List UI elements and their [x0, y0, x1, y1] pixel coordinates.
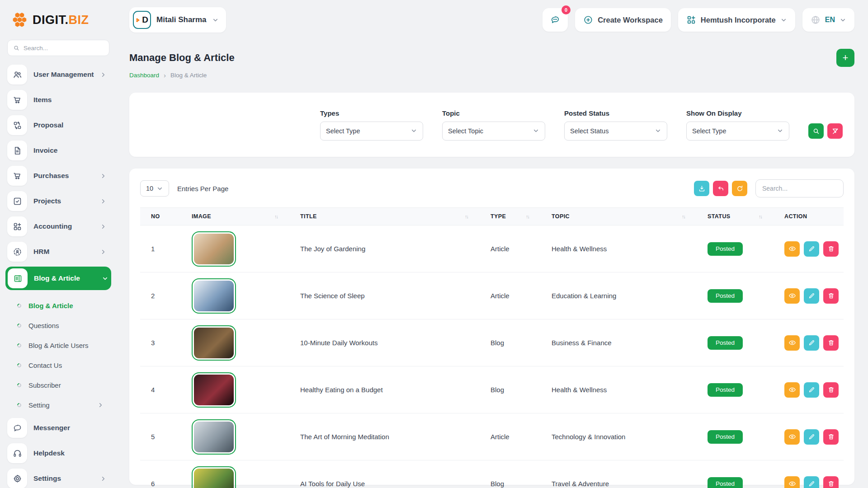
table-search-input[interactable] [755, 179, 844, 197]
filter-label: Posted Status [564, 109, 667, 117]
view-button[interactable] [784, 382, 800, 398]
grid-plus-icon [7, 216, 27, 236]
edit-button[interactable] [804, 429, 819, 445]
user-workspace-selector[interactable]: D Mitali Sharma [129, 7, 226, 33]
column-header-title[interactable]: TITLE ↑↓ [289, 213, 480, 220]
filter-search-button[interactable] [808, 123, 824, 139]
edit-button[interactable] [804, 335, 819, 351]
row-topic: Education & Learning [541, 292, 697, 300]
breadcrumb-separator-icon: › [164, 71, 166, 79]
edit-button[interactable] [804, 382, 819, 398]
sidebar-item-label: Projects [33, 197, 61, 205]
row-thumbnail [192, 278, 236, 314]
sidebar-item-proposal[interactable]: Proposal [7, 115, 109, 136]
sidebar-item-helpdesk[interactable]: Helpdesk [7, 443, 109, 464]
sidebar-item-blog-article[interactable]: Blog & Article [5, 267, 111, 290]
row-number: 1 [140, 245, 181, 253]
column-header-topic[interactable]: TOPIC ↑↓ [541, 213, 697, 220]
table-header-row: NO IMAGE ↑↓ TITLE ↑↓ TYPE ↑↓ TOPIC ↑↓ ST… [140, 207, 844, 225]
column-header-type[interactable]: TYPE ↑↓ [480, 213, 541, 220]
delete-button[interactable] [823, 382, 839, 398]
sidebar-item-projects[interactable]: Projects [7, 191, 109, 211]
download-icon [698, 185, 706, 192]
create-workspace-button[interactable]: Create Workspace [575, 8, 671, 32]
delete-button[interactable] [823, 335, 839, 351]
sort-icon[interactable]: ↑↓ [274, 214, 278, 219]
chevron-down-icon [780, 17, 787, 23]
column-label: STATUS [708, 213, 731, 220]
language-selector[interactable]: EN [802, 8, 854, 32]
sidebar-item-hrm[interactable]: HRM [7, 241, 109, 262]
view-button[interactable] [784, 288, 800, 304]
delete-button[interactable] [823, 241, 839, 257]
workspace-grid-icon [686, 15, 696, 25]
view-button[interactable] [784, 241, 800, 257]
column-header-no: NO [140, 213, 181, 220]
sidebar-item-invoice[interactable]: Invoice [7, 140, 109, 161]
view-button[interactable] [784, 476, 800, 488]
sidebar-item-label: Helpdesk [33, 449, 65, 457]
edit-button[interactable] [804, 476, 819, 488]
sidebar-subitem-label: Blog & Article [28, 302, 73, 310]
hrm-icon [7, 242, 27, 262]
company-name: Hemtush Incorporate [701, 16, 776, 24]
sidebar-item-label: Invoice [33, 146, 57, 155]
sidebar-main-items: User Management Items Proposal Invoice P… [7, 64, 109, 290]
sidebar-item-label: Items [33, 96, 52, 104]
sidebar-item-settings[interactable]: Settings [7, 468, 109, 488]
filter-select-posted-status[interactable]: Select Status [564, 122, 667, 141]
clear-filter-button[interactable] [827, 123, 843, 139]
bullet-donut-icon [16, 343, 22, 348]
sidebar-subitem-subscriber[interactable]: Subscriber [7, 375, 109, 395]
row-type: Blog [480, 339, 541, 347]
sidebar-subitem-blog-article-users[interactable]: Blog & Article Users [7, 335, 109, 355]
delete-button[interactable] [823, 288, 839, 304]
sidebar-subitem-questions[interactable]: Questions [7, 315, 109, 335]
filter-group-types: Types Select Type [320, 109, 423, 141]
sort-icon[interactable]: ↑↓ [759, 214, 762, 219]
sort-icon[interactable]: ↑↓ [465, 214, 468, 219]
company-selector[interactable]: Hemtush Incorporate [678, 8, 795, 32]
view-button[interactable] [784, 429, 800, 445]
sidebar-subitem-label: Questions [28, 322, 59, 329]
edit-button[interactable] [804, 288, 819, 304]
cart-icon [7, 90, 27, 110]
delete-button[interactable] [823, 476, 839, 488]
sidebar-search-input[interactable] [24, 45, 104, 52]
row-number: 3 [140, 339, 181, 347]
add-blog-button[interactable]: + [836, 49, 854, 67]
filter-select-topic[interactable]: Select Topic [442, 122, 545, 141]
view-button[interactable] [784, 335, 800, 351]
export-button[interactable] [694, 181, 709, 196]
sidebar-item-accounting[interactable]: Accounting [7, 216, 109, 237]
sidebar-item-user-management[interactable]: User Management [7, 64, 109, 85]
edit-button[interactable] [804, 241, 819, 257]
column-header-image[interactable]: IMAGE ↑↓ [181, 213, 289, 220]
breadcrumb: Dashboard › Blog & Article [129, 71, 854, 79]
sidebar-item-label: Settings [33, 474, 61, 483]
chat-button[interactable]: 0 [542, 8, 568, 32]
filter-select-value: Select Type [326, 127, 360, 135]
breadcrumb-dashboard-link[interactable]: Dashboard [129, 72, 159, 79]
sidebar-subitem-contact-us[interactable]: Contact Us [7, 355, 109, 375]
undo-button[interactable] [713, 181, 728, 196]
refresh-button[interactable] [732, 181, 747, 196]
delete-button[interactable] [823, 429, 839, 445]
chevron-right-icon [100, 475, 107, 482]
sidebar-subitem-blog-article[interactable]: Blog & Article [7, 296, 109, 315]
sort-icon[interactable]: ↑↓ [682, 214, 685, 219]
logo: DIGIT.BIZ [0, 0, 116, 40]
filter-group-topic: Topic Select Topic [442, 109, 545, 141]
sidebar-item-items[interactable]: Items [7, 89, 109, 110]
filter-select-show-on-display[interactable]: Select Type [686, 122, 789, 141]
entries-per-page-select[interactable]: 10 [140, 180, 169, 197]
blog-icon [8, 268, 28, 288]
sidebar-item-purchases[interactable]: Purchases [7, 165, 109, 186]
row-image-cell [181, 325, 289, 361]
filter-select-types[interactable]: Select Type [320, 122, 423, 141]
column-header-status[interactable]: STATUS ↑↓ [697, 213, 774, 220]
sort-icon[interactable]: ↑↓ [526, 214, 529, 219]
row-actions [774, 335, 844, 351]
sidebar-subitem-setting[interactable]: Setting [7, 395, 109, 415]
sidebar-item-messenger[interactable]: Messenger [7, 418, 109, 438]
